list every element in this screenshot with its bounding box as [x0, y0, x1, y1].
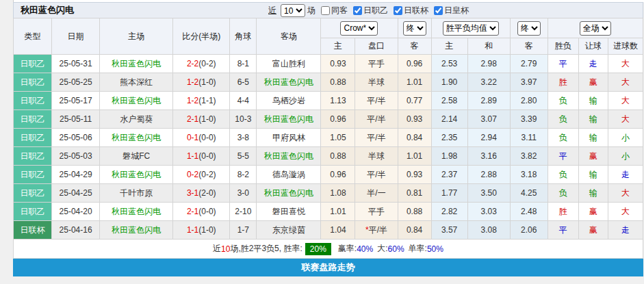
goals-cell: 大: [608, 184, 643, 203]
eu-draw-odds: 2.98: [467, 55, 510, 73]
asia-away-odds: 1.01: [398, 73, 431, 92]
summary-prefix: 近: [213, 243, 221, 255]
asia-home-odds: 1.01: [321, 203, 355, 221]
asia-away-odds: 0.77: [398, 92, 431, 110]
handicap-result-cell: 赢: [578, 147, 608, 166]
result-cell: 负: [548, 110, 578, 129]
goals-cell: 小: [608, 129, 643, 147]
europe-odds-select[interactable]: 胜平负均值: [443, 21, 499, 36]
score-cell: 0-1(0-0): [173, 129, 230, 147]
eu-away-odds: 3.39: [510, 110, 548, 129]
filter-同客: 同客: [321, 5, 348, 16]
home-team: 秋田蓝色闪电: [100, 221, 173, 240]
filter-日联杯: 日联杯: [394, 5, 428, 16]
eu-away-odds: 3.97: [510, 73, 548, 92]
eu-away-odds: 2.79: [510, 55, 548, 73]
asia-home-odds: 0.96: [321, 166, 355, 184]
match-scope-select[interactable]: 全场: [580, 21, 611, 36]
league-badge: 日职乙: [14, 55, 52, 73]
home-team: 水户蜀葵: [100, 110, 173, 129]
score-cell: 1-2(1-0): [173, 73, 230, 92]
league-badge: 日职乙: [14, 73, 52, 92]
handicap-cell: *平/半: [355, 221, 398, 240]
filter-checkbox[interactable]: [434, 6, 443, 15]
col-eu-home: 主: [431, 38, 467, 55]
handicap-result-cell: 输: [578, 92, 608, 110]
big-label: 大:: [377, 243, 387, 255]
eu-home-odds: 1.90: [431, 73, 467, 92]
match-row: 日职乙25-05-17秋田蓝色闪电1-2(1-1)4-4鸟栖沙岩1.13平/半0…: [14, 92, 643, 110]
home-team: 秋田蓝色闪电: [100, 55, 173, 73]
filter-日职乙: 日职乙: [353, 5, 388, 16]
goals-cell: 大: [608, 73, 643, 92]
asia-away-odds: 0.84: [398, 129, 431, 147]
eu-away-odds: 4.25: [510, 184, 548, 203]
eu-away-odds: 3.18: [510, 166, 548, 184]
summary-count: 10: [221, 244, 230, 254]
handicap-result-cell: 赢: [578, 203, 608, 221]
col-score: 比分(半场): [173, 18, 230, 55]
corner-cell: 2-10: [230, 203, 257, 221]
col-asia-home: 主: [321, 38, 355, 55]
asia-home-odds: 0.96: [321, 110, 355, 129]
filter-checkbox[interactable]: [321, 6, 330, 15]
col-home: 主场: [100, 18, 173, 55]
result-cell: 平: [548, 55, 578, 73]
col-let-ball: 让球: [578, 38, 608, 55]
result-cell: 负: [548, 184, 578, 203]
recent-count-select[interactable]: 10: [281, 4, 305, 17]
league-badge: 日职乙: [14, 129, 52, 147]
result-cell: 胜: [548, 203, 578, 221]
league-trend-button[interactable]: 联赛盘路走势: [13, 259, 643, 276]
handicap-cell: 半/一: [355, 184, 398, 203]
asia-odds-time-select[interactable]: 终: [403, 21, 426, 36]
handicap-result-cell: 赢: [578, 73, 608, 92]
asia-home-odds: 0.88: [321, 147, 355, 166]
score-cell: 0-2(0-2): [173, 166, 230, 184]
eu-home-odds: 2.53: [431, 55, 467, 73]
league-badge: 日职乙: [14, 110, 52, 129]
filter-checkbox[interactable]: [353, 6, 362, 15]
col-date: 日期: [52, 18, 100, 55]
corner-cell: 6-5: [230, 73, 257, 92]
filter-checkbox-label: 同客: [331, 5, 348, 16]
filter-checkbox[interactable]: [394, 6, 402, 15]
date-cell: 25-05-17: [52, 92, 100, 110]
eu-draw-odds: 3.50: [467, 184, 510, 203]
away-team: 甲府风林: [257, 129, 321, 147]
europe-odds-time-select[interactable]: 终: [517, 21, 541, 36]
eu-draw-odds: 3.22: [467, 73, 510, 92]
col-handicap: 盘口: [355, 38, 398, 55]
odds-company-select[interactable]: Crow*: [340, 21, 378, 36]
match-row: 日职乙25-05-31秋田蓝色闪电2-2(0-2)8-1富山胜利0.93平手0.…: [14, 55, 643, 73]
asia-home-odds: 1.05: [321, 129, 355, 147]
recent-link[interactable]: 近: [268, 5, 276, 16]
handicap-cell: 平手: [355, 203, 398, 221]
away-team: 富山胜利: [257, 55, 321, 73]
eu-home-odds: 3.57: [431, 221, 467, 240]
date-cell: 25-05-11: [52, 110, 100, 129]
home-team: 秋田蓝色闪电: [100, 166, 173, 184]
eu-home-odds: 2.82: [431, 203, 467, 221]
corner-cell: 5-5: [230, 147, 257, 166]
score-cell: 2-1(1-0): [173, 110, 230, 129]
corner-cell: 3-0: [230, 184, 257, 203]
league-badge: 日职乙: [14, 184, 52, 203]
col-corner: 角球: [230, 18, 257, 55]
eu-away-odds: 2.48: [510, 203, 548, 221]
corner-cell: 3-8: [230, 129, 257, 147]
corner-cell: 10-3: [230, 110, 257, 129]
handicap-cell: 平/半: [355, 92, 398, 110]
match-row: 日职乙25-05-25熊本深红1-2(1-0)6-5秋田蓝色闪电0.88半球1.…: [14, 73, 643, 92]
single-value: 50%: [427, 244, 443, 254]
col-goals: 进球数: [608, 38, 643, 55]
col-asia-away: 客: [398, 38, 431, 55]
score-cell: 2-2(0-2): [173, 55, 230, 73]
score-cell: 1-1(1-0): [173, 221, 230, 240]
handicap-result-cell: 输: [578, 129, 608, 147]
goals-cell: 大: [608, 55, 643, 73]
filter-checkbox-label: 日皇杯: [444, 5, 469, 16]
col-eu-away: 客: [510, 38, 548, 55]
date-cell: 25-05-06: [52, 129, 100, 147]
handicap-cell: 平/半: [355, 166, 398, 184]
